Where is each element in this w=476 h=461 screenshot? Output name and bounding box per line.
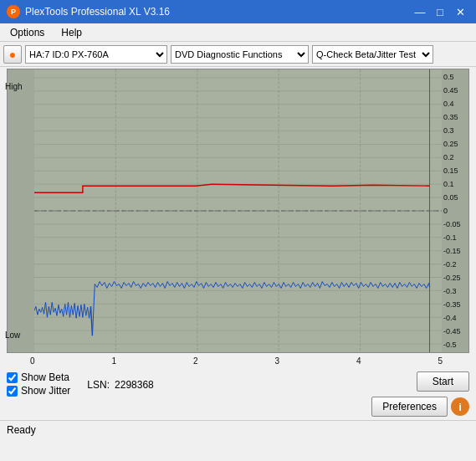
y-right-n05: -0.5 [443,341,467,349]
y-right-n005: -0.05 [443,220,467,228]
y-right-n04: -0.4 [443,314,467,322]
show-jitter-row: Show Jitter [7,385,70,397]
y-right-015: 0.15 [443,166,467,175]
y-right-0: 0 [443,207,467,215]
y-right-n01: -0.1 [443,233,467,242]
show-beta-row: Show Beta [7,371,70,383]
toolbar: ● HA:7 ID:0 PX-760A DVD Diagnostic Funct… [0,42,476,67]
start-button[interactable]: Start [417,371,469,392]
status-bar: Ready [0,420,476,438]
y-right-n025: -0.25 [443,274,467,282]
y-right-035: 0.35 [443,113,467,121]
app-icon: P [7,5,20,18]
y-right-n015: -0.15 [443,247,467,255]
device-select[interactable]: HA:7 ID:0 PX-760A [25,45,167,64]
function-select[interactable]: DVD Diagnostic Functions [171,45,309,64]
y-right-045: 0.45 [443,86,467,95]
checkboxes: Show Beta Show Jitter [7,371,70,397]
show-jitter-checkbox[interactable] [7,386,18,397]
y-right-n03: -0.3 [443,287,467,295]
preferences-button[interactable]: Preferences [371,397,448,417]
y-right-n035: -0.35 [443,300,467,309]
y-label-high: High [5,82,28,91]
y-right-02: 0.2 [443,153,467,161]
menu-help[interactable]: Help [54,25,89,40]
y-right-01: 0.1 [443,180,467,188]
show-jitter-label: Show Jitter [21,385,70,397]
menu-bar: Options Help [0,23,476,42]
y-right-n045: -0.45 [443,327,467,336]
lsn-value: 2298368 [115,379,154,391]
chart-area: 0.5 0.45 0.4 0.35 0.3 0.25 0.2 0.15 0.1 … [7,69,469,353]
test-select[interactable]: Q-Check Beta/Jitter Test [312,45,433,64]
close-button[interactable]: ✕ [451,4,469,19]
info-button[interactable]: i [451,397,469,416]
x-label-5: 5 [438,356,443,366]
y-right-05: 0.5 [443,73,467,81]
maximize-button[interactable]: □ [431,4,449,19]
y-right-03: 0.3 [443,126,467,135]
menu-options[interactable]: Options [3,25,51,40]
lsn-section: LSN: 2298368 [87,379,153,391]
device-status-icon: ● [9,48,16,61]
y-right-04: 0.4 [443,100,467,108]
x-label-2: 2 [193,356,198,366]
status-text: Ready [7,424,36,436]
x-label-3: 3 [274,356,279,366]
x-label-1: 1 [111,356,116,366]
y-right-005: 0.05 [443,193,467,202]
show-beta-checkbox[interactable] [7,372,18,383]
title-bar: P PlexTools Professional XL V3.16 — □ ✕ [0,0,476,23]
x-axis: 0 1 2 3 4 5 [3,355,473,366]
lsn-label: LSN: [87,379,110,391]
y-right-025: 0.25 [443,140,467,148]
app-title: PlexTools Professional XL V3.16 [25,6,170,18]
y-right-n02: -0.2 [443,260,467,269]
x-label-0: 0 [30,356,35,366]
window-controls[interactable]: — □ ✕ [411,4,469,19]
x-label-4: 4 [356,356,361,366]
minimize-button[interactable]: — [411,4,429,19]
device-icon-btn[interactable]: ● [3,45,22,64]
y-label-low: Low [5,330,28,340]
show-beta-label: Show Beta [21,371,69,383]
bottom-panel: Show Beta Show Jitter LSN: 2298368 Start… [0,366,476,420]
